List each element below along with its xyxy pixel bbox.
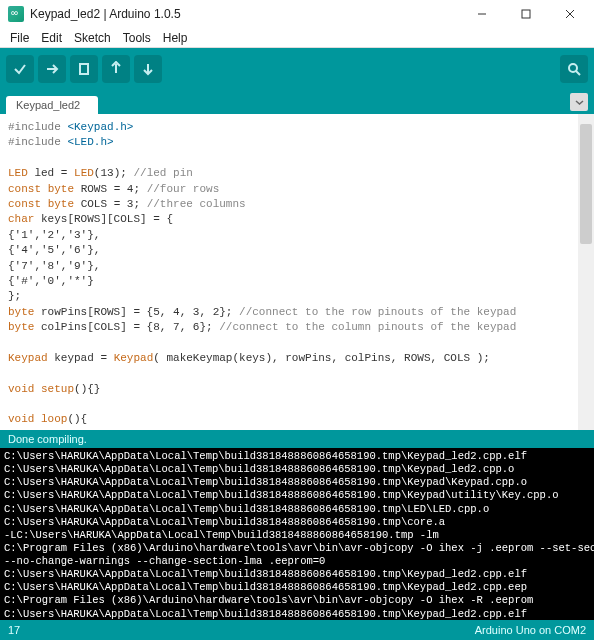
maximize-button[interactable]: [504, 0, 548, 28]
menu-help[interactable]: Help: [157, 29, 194, 47]
svg-line-9: [576, 71, 580, 75]
tab-active[interactable]: Keypad_led2: [6, 96, 98, 114]
editor-pane: #include <Keypad.h>#include <LED.h> LED …: [0, 114, 594, 430]
menubar: File Edit Sketch Tools Help: [0, 28, 594, 48]
line-number: 17: [8, 624, 20, 636]
serial-monitor-button[interactable]: [560, 55, 588, 83]
open-button[interactable]: [102, 55, 130, 83]
svg-point-8: [569, 64, 577, 72]
scrollbar-thumb[interactable]: [580, 124, 592, 244]
toolbar: [0, 48, 594, 90]
window-controls: [460, 0, 592, 28]
verify-button[interactable]: [6, 55, 34, 83]
app-icon: [8, 6, 24, 22]
menu-sketch[interactable]: Sketch: [68, 29, 117, 47]
code-editor[interactable]: #include <Keypad.h>#include <LED.h> LED …: [0, 114, 594, 430]
save-button[interactable]: [134, 55, 162, 83]
tab-menu-button[interactable]: [570, 93, 588, 111]
tab-bar: Keypad_led2: [0, 90, 594, 114]
svg-rect-5: [80, 64, 88, 74]
window-title: Keypad_led2 | Arduino 1.0.5: [30, 7, 460, 21]
window-titlebar: Keypad_led2 | Arduino 1.0.5: [0, 0, 594, 28]
vertical-scrollbar[interactable]: [578, 114, 594, 430]
compile-status: Done compiling.: [0, 430, 594, 448]
console-output[interactable]: C:\Users\HARUKA\AppData\Local\Temp\build…: [0, 448, 594, 620]
footer-bar: 17 Arduino Uno on COM2: [0, 620, 594, 640]
menu-edit[interactable]: Edit: [35, 29, 68, 47]
compile-status-label: Done compiling.: [8, 433, 87, 445]
minimize-button[interactable]: [460, 0, 504, 28]
svg-rect-1: [522, 10, 530, 18]
close-button[interactable]: [548, 0, 592, 28]
new-button[interactable]: [70, 55, 98, 83]
board-label: Arduino Uno on COM2: [475, 624, 586, 636]
upload-button[interactable]: [38, 55, 66, 83]
menu-file[interactable]: File: [4, 29, 35, 47]
menu-tools[interactable]: Tools: [117, 29, 157, 47]
